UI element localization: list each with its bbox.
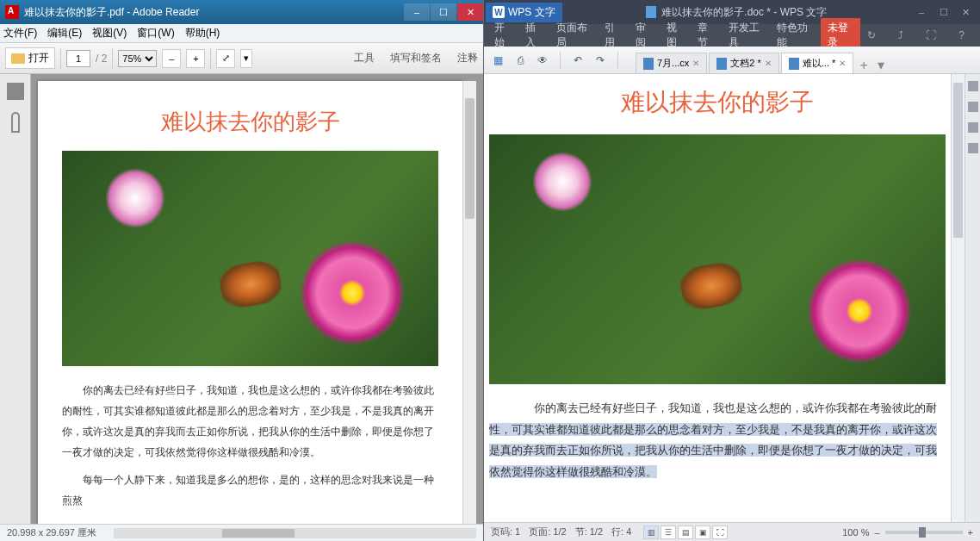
adobe-titlebar: 难以抹去你的影子.pdf - Adobe Reader – ☐ ✕ [0, 0, 483, 24]
view-outline[interactable]: ☰ [661, 525, 676, 539]
save-button[interactable]: ▦ [489, 52, 506, 69]
folder-icon [11, 53, 25, 64]
tab-label: 难以... * [803, 57, 836, 70]
tab-start[interactable]: 开始 [487, 21, 518, 50]
adobe-reader-window: 难以抹去你的影子.pdf - Adobe Reader – ☐ ✕ 文件(F) … [0, 0, 484, 541]
paragraph: 你的离去已经有好些日子，我知道，我也是这么想的，或许你我都在考验彼此的耐性，可其… [489, 398, 946, 483]
tab-chapter[interactable]: 章节 [691, 21, 722, 50]
tab-references[interactable]: 引用 [598, 21, 629, 50]
zoom-select[interactable]: 75% [118, 50, 157, 67]
view-mode-buttons: ▥ ☰ ▤ ▣ ⛶ [643, 525, 728, 539]
wps-logo[interactable]: WPS 文字 [486, 3, 562, 22]
panel-icon[interactable] [968, 143, 978, 153]
pdf-page: 难以抹去你的影子 你的离去已经有好些日子，我知道，我也是这么想的，或许你我都在考… [38, 81, 462, 524]
adobe-toolbar: 打开 / 2 75% – + ⤢ ▾ 工具 填写和签名 注释 [0, 43, 483, 74]
zoom-in-button[interactable]: + [968, 527, 973, 538]
paragraph: 每每一个人静下来，知道我是多么的想你，是的，这样的思念对我来说是一种煎熬 [62, 469, 438, 511]
wps-document-page: 难以抹去你的影子 你的离去已经有好些日子，我知道，我也是这么想的，或许你我都在考… [489, 86, 946, 522]
toolbar-dropdown[interactable]: ▾ [240, 49, 252, 68]
zoom-out-button[interactable]: – [162, 49, 181, 68]
doc-icon [789, 58, 799, 70]
zoom-out-button[interactable]: – [874, 527, 879, 538]
comment-link[interactable]: 注释 [457, 51, 478, 65]
zoom-in-button[interactable]: + [186, 49, 205, 68]
page-number-input[interactable] [66, 50, 90, 67]
tools-link[interactable]: 工具 [354, 51, 375, 65]
document-tab-active[interactable]: 难以... * ✕ [781, 53, 854, 73]
panel-icon[interactable] [968, 102, 978, 112]
wps-maximize-button[interactable]: ☐ [933, 4, 954, 20]
tab-review[interactable]: 审阅 [629, 21, 660, 50]
view-reading[interactable]: ▣ [695, 525, 710, 539]
panel-icon[interactable] [968, 81, 978, 91]
share-icon[interactable]: ⤴ [891, 29, 910, 41]
document-image [62, 151, 438, 366]
wps-close-button[interactable]: ✕ [956, 4, 977, 20]
tab-label: 7月...cx [657, 57, 689, 70]
adobe-statusbar: 20.998 x 29.697 厘米 [0, 524, 483, 541]
flower-icon [105, 168, 165, 228]
attachments-icon[interactable] [11, 112, 20, 133]
menu-edit[interactable]: 编辑(E) [47, 26, 82, 40]
doc-icon [716, 58, 727, 70]
tab-label: 文档2 * [730, 57, 760, 70]
wps-vertical-scrollbar[interactable] [951, 74, 964, 522]
refresh-icon[interactable]: ↻ [860, 29, 883, 41]
adobe-vertical-scrollbar[interactable] [462, 81, 476, 524]
tab-view[interactable]: 视图 [660, 21, 691, 50]
view-web[interactable]: ▤ [678, 525, 693, 539]
adobe-page-area: 难以抹去你的影子 你的离去已经有好些日子，我知道，我也是这么想的，或许你我都在考… [31, 74, 483, 524]
tab-layout[interactable]: 页面布局 [549, 21, 598, 50]
status-section: 节: 1/2 [575, 525, 603, 538]
fullscreen-icon[interactable]: ⛶ [919, 29, 943, 41]
menu-help[interactable]: 帮助(H) [185, 26, 220, 40]
menu-window[interactable]: 窗口(W) [137, 26, 174, 40]
redo-button[interactable]: ↷ [592, 52, 609, 69]
wps-page-area: 难以抹去你的影子 你的离去已经有好些日子，我知道，我也是这么想的，或许你我都在考… [484, 74, 951, 522]
adobe-sidebar [0, 74, 31, 524]
tab-close-icon[interactable]: ✕ [839, 59, 846, 68]
status-page-number: 页码: 1 [491, 525, 520, 538]
help-icon[interactable]: ? [952, 29, 971, 41]
status-page: 页面: 1/2 [529, 525, 566, 538]
tab-list-button[interactable]: ▾ [872, 57, 890, 73]
butterfly-icon [678, 259, 745, 312]
open-button[interactable]: 打开 [5, 47, 55, 69]
document-tab[interactable]: 文档2 * ✕ [709, 53, 778, 73]
document-title: 难以抹去你的影子 [489, 86, 946, 119]
document-tab[interactable]: 7月...cx ✕ [636, 53, 707, 73]
adobe-window-title: 难以抹去你的影子.pdf - Adobe Reader [24, 5, 199, 20]
menu-view[interactable]: 视图(V) [92, 26, 127, 40]
tab-close-icon[interactable]: ✕ [692, 59, 699, 68]
print-button[interactable]: ⎙ [512, 52, 529, 69]
tab-developer[interactable]: 开发工具 [722, 21, 770, 50]
adobe-horizontal-scrollbar[interactable] [114, 528, 476, 538]
thumbnails-icon[interactable] [7, 83, 24, 100]
view-print-layout[interactable]: ▥ [643, 525, 659, 539]
wps-minimize-button[interactable]: – [911, 4, 932, 20]
tab-special[interactable]: 特色功能 [770, 21, 818, 50]
document-title: 难以抹去你的影子 [62, 107, 438, 137]
undo-button[interactable]: ↶ [569, 52, 586, 69]
tab-insert[interactable]: 插入 [518, 21, 549, 50]
fill-sign-link[interactable]: 填写和签名 [390, 51, 442, 65]
status-row: 行: 4 [611, 525, 631, 538]
zoom-slider[interactable] [885, 531, 963, 534]
tab-close-icon[interactable]: ✕ [765, 59, 772, 68]
new-tab-button[interactable]: + [855, 58, 872, 73]
adobe-close-button[interactable]: ✕ [457, 3, 483, 21]
wps-window: WPS 文字 难以抹去你的影子.doc * - WPS 文字 – ☐ ✕ 开始 … [484, 0, 980, 541]
view-fullscreen[interactable]: ⛶ [712, 525, 728, 539]
flower-icon [301, 241, 404, 345]
document-body: 你的离去已经有好些日子，我知道，我也是这么想的，或许你我都在考验彼此的耐性，可其… [62, 380, 438, 511]
print-preview-button[interactable]: 👁 [534, 52, 551, 69]
adobe-menubar: 文件(F) 编辑(E) 视图(V) 窗口(W) 帮助(H) [0, 24, 483, 43]
adobe-maximize-button[interactable]: ☐ [431, 3, 456, 21]
fit-page-button[interactable]: ⤢ [216, 49, 235, 68]
panel-icon[interactable] [968, 122, 978, 133]
menu-file[interactable]: 文件(F) [3, 26, 37, 40]
wps-window-title: 难以抹去你的影子.doc * - WPS 文字 [646, 5, 827, 20]
adobe-minimize-button[interactable]: – [404, 3, 430, 21]
flower-icon [532, 152, 592, 212]
document-body[interactable]: 你的离去已经有好些日子，我知道，我也是这么想的，或许你我都在考验彼此的耐性，可其… [489, 398, 946, 483]
